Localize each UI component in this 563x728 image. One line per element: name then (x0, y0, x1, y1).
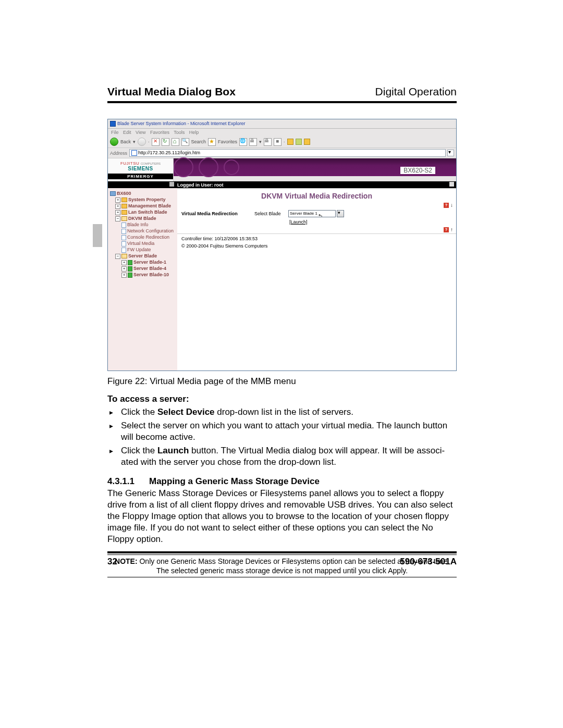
help-bar-top: ?↓ (177, 202, 456, 208)
brand-fujitsu: FUJITSU (120, 161, 139, 166)
forward-icon[interactable] (138, 138, 146, 146)
page-footer: 32 590-673-501A (107, 551, 457, 567)
nav-management-blade[interactable]: Management Blade (128, 203, 171, 208)
select-blade-value: Server Blade 1 (290, 211, 317, 216)
nav-fw-update[interactable]: FW Update (127, 247, 151, 252)
redirection-row: Virtual Media Redirection Select Blade S… (177, 209, 456, 218)
address-dropdown-icon[interactable] (447, 150, 454, 156)
subsection-title: Mapping a Generic Mass Storage Device (149, 476, 320, 486)
copyright: © 2000-2004 Fujitsu Siemens Computers (177, 243, 456, 251)
refresh-icon[interactable] (162, 138, 169, 146)
folder-open-icon (121, 254, 127, 258)
nav-server-blade-1[interactable]: Server Blade-1 (133, 260, 166, 265)
menu-file[interactable]: File (111, 130, 119, 135)
menu-view[interactable]: View (136, 130, 145, 135)
nav-dkvm-blade[interactable]: DKVM Blade (128, 216, 156, 221)
brand-primergy: PRIMERGY (108, 174, 173, 179)
menu-favorites[interactable]: Favorites (150, 130, 169, 135)
subsection-heading: 4.3.1.1Mapping a Generic Mass Storage De… (107, 476, 457, 487)
toolbar-icon-b[interactable] (296, 139, 302, 145)
history-icon[interactable] (239, 138, 247, 146)
server-icon (110, 191, 116, 196)
steps-list: Click the Select Device drop-down list i… (107, 406, 457, 468)
ie-icon (110, 121, 116, 127)
status-bar: Logged in User: root (108, 181, 456, 188)
menu-tools[interactable]: Tools (174, 130, 185, 135)
folder-icon (121, 198, 127, 202)
doc-icon (121, 248, 126, 253)
doc-icon (121, 235, 126, 240)
nav-server-blade[interactable]: Server Blade (128, 253, 157, 258)
step-2: Select the server on which you want to a… (107, 420, 457, 443)
figure-caption: Figure 22: Virtual Media page of the MMB… (107, 376, 457, 387)
cursor-icon: ↖ (317, 212, 323, 219)
doc-icon (121, 229, 126, 234)
nav-root[interactable]: BX600 (117, 191, 131, 196)
nav-server-blade-10[interactable]: Server Blade-10 (133, 272, 169, 277)
folder-icon (121, 210, 127, 215)
arrow-down-icon[interactable]: ↓ (450, 202, 453, 208)
nav-system-property[interactable]: System Property (128, 197, 166, 202)
edit-icon[interactable] (274, 138, 282, 146)
banner: BX620-S2 (174, 158, 456, 176)
nav-virtual-media[interactable]: Virtual Media (127, 241, 154, 246)
menu-edit[interactable]: Edit (123, 130, 131, 135)
access-heading: To access a server: (107, 394, 457, 404)
status-right-icon[interactable] (449, 182, 454, 187)
dropdown-arrow-icon[interactable] (337, 210, 344, 217)
collapse-icon[interactable]: − (115, 216, 120, 221)
launch-link[interactable]: [Launch] (177, 219, 456, 225)
search-icon[interactable] (181, 138, 189, 146)
expand-icon[interactable]: + (121, 273, 127, 278)
nav-blade-info[interactable]: Blade Info (127, 222, 149, 227)
nav-tree: BX600 +System Property +Management Blade… (108, 188, 177, 371)
help-icon[interactable]: ? (444, 203, 449, 208)
document-page: Virtual Media Dialog Box Digital Operati… (0, 0, 563, 728)
controller-time: Controller time: 10/12/2006 15:38:53 (177, 234, 456, 243)
back-icon[interactable] (110, 138, 118, 146)
doc-number: 590-673-501A (400, 557, 457, 567)
search-label[interactable]: Search (191, 139, 206, 144)
address-label: Address (110, 151, 127, 156)
running-header: Virtual Media Dialog Box Digital Operati… (107, 85, 457, 103)
blade-ok-icon (128, 273, 132, 278)
blade-ok-icon (128, 266, 132, 272)
nav-server-blade-4[interactable]: Server Blade-4 (133, 266, 166, 271)
expand-icon[interactable]: + (115, 210, 120, 215)
mail-icon[interactable] (249, 138, 257, 146)
expand-icon[interactable]: + (121, 260, 127, 265)
favorites-label[interactable]: Favorites (218, 139, 237, 144)
expand-icon[interactable]: + (115, 198, 120, 203)
back-label[interactable]: Back (120, 139, 131, 144)
step-1: Click the Select Device drop-down list i… (107, 406, 457, 418)
arrow-up-icon[interactable]: ↑ (450, 227, 453, 232)
expand-icon[interactable]: + (121, 266, 127, 272)
refresh-nav-icon[interactable] (169, 182, 174, 187)
home-icon[interactable] (172, 138, 179, 146)
nav-lan-switch-blade[interactable]: Lan Switch Blade (128, 209, 167, 215)
gear-icon (224, 159, 239, 175)
subsection-number: 4.3.1.1 (107, 476, 134, 486)
thumb-tab (93, 224, 102, 247)
collapse-icon[interactable]: − (115, 254, 120, 259)
select-blade-dropdown[interactable]: Server Blade 1 ↖ (288, 210, 336, 217)
expand-icon[interactable]: + (115, 204, 120, 209)
doc-icon (121, 223, 126, 228)
toolbar-icon-a[interactable] (287, 139, 293, 145)
step-3: Click the Launch button. The Virtual Med… (107, 445, 457, 468)
address-bar: Address http://172.30.25.112/login.htm (108, 147, 456, 158)
nav-network-config[interactable]: Network Configuration (127, 228, 174, 233)
page-number: 32 (107, 557, 117, 567)
stop-icon[interactable] (152, 138, 160, 146)
menu-help[interactable]: Help (189, 130, 199, 135)
print-icon[interactable] (264, 138, 272, 146)
folder-icon (121, 204, 127, 208)
select-blade-label: Select Blade (254, 211, 288, 216)
favorites-icon[interactable] (208, 138, 216, 146)
address-field[interactable]: http://172.30.25.112/login.htm (129, 149, 446, 157)
body-paragraph: The Generic Mass Storage Devices or File… (107, 488, 457, 545)
page-content: Virtual Media Dialog Box Digital Operati… (107, 85, 457, 577)
toolbar-icon-c[interactable] (304, 139, 310, 145)
nav-console-redirection[interactable]: Console Redirection (127, 235, 169, 240)
help-icon[interactable]: ? (444, 227, 449, 232)
